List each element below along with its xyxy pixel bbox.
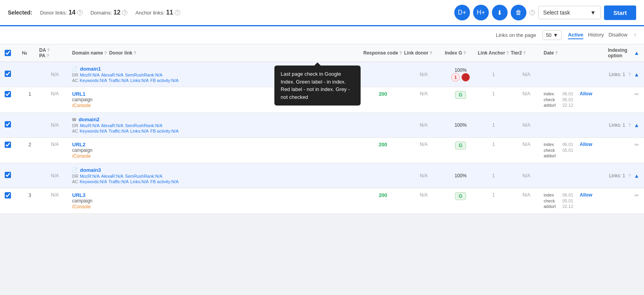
domains-help-icon[interactable]: ? bbox=[122, 10, 127, 15]
keywords-link[interactable]: Keywords:N/A bbox=[80, 179, 107, 184]
header-chevron-up-icon[interactable]: ▲ bbox=[634, 50, 639, 56]
h-plus-button[interactable]: H+ bbox=[473, 5, 489, 20]
link-url-cell: URL3 campaign /Console bbox=[72, 192, 362, 209]
domain-link[interactable]: domain1 bbox=[80, 66, 101, 72]
domain-chevron-up-icon[interactable]: ▲ bbox=[634, 71, 639, 78]
select-all-checkbox[interactable] bbox=[5, 50, 11, 56]
header-anchor-help[interactable]: ? bbox=[506, 51, 509, 55]
allow-button[interactable]: Allow bbox=[580, 142, 592, 147]
fb-link[interactable]: FB activity:N/A bbox=[150, 179, 178, 184]
link-checkbox-cell[interactable] bbox=[5, 142, 20, 149]
url-link[interactable]: URL1 bbox=[72, 91, 85, 97]
header-index-g: Index G bbox=[445, 50, 462, 56]
header-link-anchor-col: Link Anchor ? bbox=[478, 50, 509, 56]
idx-label: addurl bbox=[544, 103, 559, 107]
links-link[interactable]: Links:N/A bbox=[130, 129, 149, 133]
domain-checkbox[interactable] bbox=[5, 71, 11, 77]
link-checkbox-cell[interactable] bbox=[5, 192, 20, 200]
domain-checkbox-cell[interactable] bbox=[5, 121, 20, 129]
domain-checkbox[interactable] bbox=[5, 121, 11, 127]
delete-button[interactable]: 🗑 bbox=[511, 5, 526, 20]
topbar-help-icon[interactable]: ? bbox=[530, 10, 535, 15]
link-donor-cell: N/A bbox=[404, 91, 443, 97]
keywords-link[interactable]: Keywords:N/A bbox=[80, 78, 107, 83]
header-donor-help[interactable]: ? bbox=[134, 51, 136, 55]
semrush-link[interactable]: SemRushRank:N/A bbox=[125, 174, 162, 178]
links-link[interactable]: Links:N/A bbox=[130, 78, 149, 83]
tab-disallow[interactable]: Disallow bbox=[608, 31, 627, 39]
indexing-row: check 05.01 bbox=[544, 148, 606, 153]
moz-r-link[interactable]: MozR:N/A bbox=[80, 123, 100, 128]
link-url-cell: URL2 campaign /Console bbox=[72, 142, 362, 159]
traffic-link[interactable]: Traffic:N/A bbox=[109, 129, 129, 133]
domain-chevron-up-icon[interactable]: ▲ bbox=[634, 122, 639, 128]
url-link[interactable]: URL2 bbox=[72, 142, 85, 148]
header-tier2-help[interactable]: ? bbox=[523, 51, 526, 55]
moz-r-link[interactable]: MozR:N/A bbox=[80, 174, 100, 178]
domain-da-cell: N/A bbox=[39, 122, 71, 128]
idx-label: check bbox=[544, 198, 559, 203]
header-link-donor-help[interactable]: ? bbox=[430, 51, 432, 55]
donor-links-help-icon[interactable]: ? bbox=[77, 10, 83, 15]
subbar-help-icon[interactable]: ? bbox=[634, 33, 636, 38]
alexa-r-link[interactable]: AlexaR:N/A bbox=[101, 174, 123, 178]
domain-links-help-icon[interactable]: ? bbox=[628, 123, 631, 127]
keywords-link[interactable]: Keywords:N/A bbox=[80, 129, 107, 133]
edit-icon[interactable]: ✏ bbox=[635, 142, 639, 148]
links-link[interactable]: Links:N/A bbox=[130, 179, 149, 184]
alexa-r-link[interactable]: AlexaR:N/A bbox=[101, 73, 123, 77]
domain-link[interactable]: domain2 bbox=[78, 117, 99, 122]
header-response-help[interactable]: ? bbox=[399, 51, 402, 55]
console-link[interactable]: /Console bbox=[72, 204, 91, 209]
domain-meta: DR MozR:N/A AlexaR:N/A SemRushRank:N/A bbox=[72, 123, 362, 128]
domain-links-help-icon[interactable]: ? bbox=[628, 72, 631, 77]
header-indexing-option: Indexing option bbox=[608, 47, 633, 58]
tab-history[interactable]: History bbox=[588, 31, 604, 39]
domain-da-cell: N/A bbox=[39, 72, 71, 77]
domain-checkbox[interactable] bbox=[5, 172, 11, 178]
domain-index-g-cell: 100% bbox=[445, 173, 476, 178]
domain-link[interactable]: domain3 bbox=[80, 167, 101, 173]
traffic-link[interactable]: Traffic:N/A bbox=[109, 78, 129, 83]
link-actions-cell: ✏ bbox=[608, 192, 639, 198]
header-index-g-help[interactable]: ? bbox=[463, 51, 466, 55]
header-date-help[interactable]: ? bbox=[555, 51, 558, 55]
console-link[interactable]: /Console bbox=[72, 103, 91, 108]
link-checkbox[interactable] bbox=[5, 192, 11, 198]
semrush-link[interactable]: SemRushRank:N/A bbox=[125, 123, 162, 128]
header-da-pa: DA ?PA ? bbox=[39, 47, 50, 58]
moz-r-link[interactable]: MozR:N/A bbox=[80, 73, 100, 77]
url-link[interactable]: URL3 bbox=[72, 192, 85, 198]
allow-button[interactable]: Allow bbox=[580, 91, 592, 97]
edit-icon[interactable]: ✏ bbox=[635, 192, 639, 198]
console-link[interactable]: /Console bbox=[72, 153, 91, 159]
idx-date: 06.01 bbox=[562, 91, 577, 96]
anchor-links-help-icon[interactable]: ? bbox=[175, 10, 180, 15]
domain-row: N/A 📄 domain3 DR MozR:N/A AlexaR:N/A Sem… bbox=[0, 163, 644, 188]
domain-chevron-up-icon[interactable]: ▲ bbox=[634, 173, 639, 179]
domain-checkbox-cell[interactable] bbox=[5, 71, 20, 78]
fb-link[interactable]: FB activity:N/A bbox=[150, 78, 178, 83]
domain-checkbox-cell[interactable] bbox=[5, 172, 20, 179]
top-bar: Selected: Donor links: 14 ? Domains: 12 … bbox=[0, 0, 644, 26]
header-domain-help[interactable]: ? bbox=[104, 51, 107, 55]
edit-icon[interactable]: ✏ bbox=[635, 91, 639, 97]
tab-active[interactable]: Active bbox=[568, 31, 583, 39]
link-checkbox-cell[interactable] bbox=[5, 91, 20, 98]
domain-links-help-icon[interactable]: ? bbox=[628, 173, 631, 178]
fb-link[interactable]: FB activity:N/A bbox=[150, 129, 178, 133]
top-bar-actions: D+ H+ ⬇ 🗑 ? Select task ▼ Start bbox=[454, 5, 636, 20]
allow-button[interactable]: Allow bbox=[580, 192, 592, 198]
link-checkbox[interactable] bbox=[5, 142, 11, 148]
count-select-dropdown[interactable]: 50 ▼ bbox=[542, 30, 562, 40]
alexa-r-link[interactable]: AlexaR:N/A bbox=[101, 123, 123, 128]
domain-link-donor-cell: N/A bbox=[404, 122, 443, 128]
link-checkbox[interactable] bbox=[5, 91, 11, 97]
idx-date: 06.01 bbox=[562, 142, 577, 147]
d-plus-button[interactable]: D+ bbox=[454, 5, 470, 20]
traffic-link[interactable]: Traffic:N/A bbox=[109, 179, 129, 184]
select-task-dropdown[interactable]: Select task ▼ bbox=[538, 6, 601, 19]
start-button[interactable]: Start bbox=[604, 5, 636, 20]
download-button[interactable]: ⬇ bbox=[492, 5, 508, 20]
semrush-link[interactable]: SemRushRank:N/A bbox=[125, 73, 162, 77]
